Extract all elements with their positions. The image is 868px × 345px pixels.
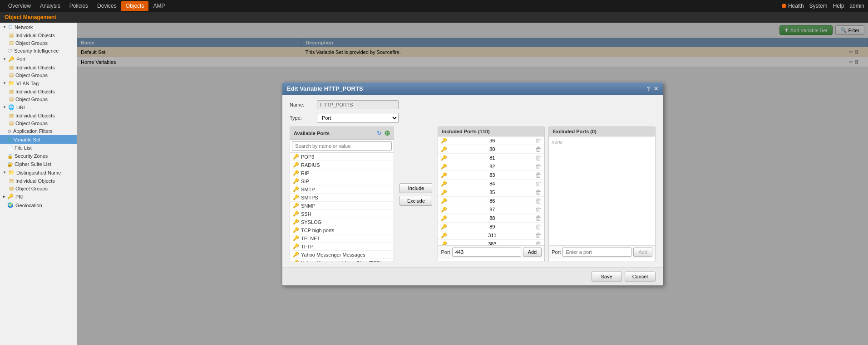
include-button[interactable]: Include: [399, 183, 432, 193]
vlan-icon: 📁: [8, 80, 15, 86]
remove-button[interactable]: 🗑: [535, 155, 542, 161]
middle-panel: Include Exclude: [398, 126, 434, 262]
list-item[interactable]: 🔑TELNET: [290, 234, 394, 243]
sidebar-item-app-filters[interactable]: ▶ ⚙ Application Filters: [0, 127, 77, 135]
sidebar-item-cipher-suite[interactable]: ▶ 🔐 Cipher Suite List: [0, 160, 77, 168]
sidebar-item-vlan-individual[interactable]: ▤ Individual Objects: [0, 87, 77, 95]
nav-objects[interactable]: Objects: [121, 1, 149, 11]
list-item[interactable]: 🔑Yahoo Messenger Voice Chat (TCP): [290, 259, 394, 262]
sidebar-item-port-individual[interactable]: ▤ Individual Objects: [0, 63, 77, 71]
triangle-icon: ▼: [3, 57, 6, 61]
included-ports-list: 🔑36🗑 🔑80🗑 🔑81🗑 🔑82🗑 🔑83🗑 🔑84🗑 🔑85🗑 🔑86🗑 …: [438, 136, 544, 245]
list-item[interactable]: 🔑POP3: [290, 153, 394, 161]
modal-header: Edit Variable HTTP_PORTS ? ✕: [282, 83, 663, 95]
system-label[interactable]: System: [809, 3, 828, 9]
remove-button[interactable]: 🗑: [535, 241, 542, 245]
type-label: Type:: [290, 115, 317, 121]
list-item[interactable]: 🔑SMTPS: [290, 194, 394, 202]
list-item[interactable]: 🔑Yahoo Messenger Messages: [290, 251, 394, 259]
included-port-add-button[interactable]: Add: [523, 248, 542, 257]
nav-analysis[interactable]: Analysis: [35, 1, 65, 11]
sidebar-item-pki[interactable]: ▶ 🔑 PKI: [0, 192, 77, 201]
add-icon[interactable]: ⊕: [384, 129, 390, 137]
port-item-icon: 🔑: [441, 224, 447, 230]
sidebar-label-vlan: VLAN Tag: [16, 81, 39, 86]
remove-button[interactable]: 🗑: [535, 232, 542, 238]
sidebar-item-dn[interactable]: ▼ 📁 Distinguished Name: [0, 168, 77, 177]
sidebar-item-url[interactable]: ▼ 🌐 URL: [0, 103, 77, 112]
sidebar-item-dn-groups[interactable]: ▤ Object Groups: [0, 185, 77, 192]
available-ports-list: 🔑POP3 🔑RADIUS 🔑RIP 🔑SIP 🔑SMTP 🔑SMTPS 🔑SN…: [290, 153, 394, 262]
list-item[interactable]: 🔑SNMP: [290, 202, 394, 210]
help-icon[interactable]: ?: [647, 86, 650, 92]
excluded-port-add-button[interactable]: Add: [633, 248, 652, 257]
modal-title: Edit Variable HTTP_PORTS: [287, 85, 363, 92]
remove-button[interactable]: 🗑: [535, 206, 542, 213]
sidebar-item-url-individual[interactable]: ▤ Individual Objects: [0, 112, 77, 119]
list-item[interactable]: 🔑RIP: [290, 169, 394, 177]
available-ports-search[interactable]: [292, 141, 392, 151]
name-label: Name:: [290, 102, 317, 107]
nav-policies[interactable]: Policies: [65, 1, 93, 11]
help-label[interactable]: Help: [833, 3, 844, 9]
list-item[interactable]: 🔑SMTP: [290, 185, 394, 194]
port-item-icon: 🔑: [293, 252, 299, 258]
list-item[interactable]: 🔑SSH: [290, 210, 394, 218]
health-label[interactable]: Health: [788, 3, 804, 9]
included-item: 🔑80🗑: [438, 145, 544, 154]
sidebar-item-variable-set[interactable]: ▶ ⚙ Variable Set: [0, 135, 77, 144]
remove-button[interactable]: 🗑: [535, 163, 542, 170]
sidebar-label-url-individual: Individual Objects: [15, 113, 55, 118]
exclude-button[interactable]: Exclude: [399, 196, 432, 206]
nav-devices[interactable]: Devices: [93, 1, 121, 11]
sidebar-label-geolocation: Geolocation: [15, 203, 42, 208]
sidebar-item-url-groups[interactable]: ▤ Object Groups: [0, 119, 77, 127]
name-input[interactable]: [317, 100, 399, 109]
sidebar-label-network-groups: Object Groups: [15, 40, 48, 46]
close-icon[interactable]: ✕: [654, 86, 658, 92]
remove-button[interactable]: 🗑: [535, 146, 542, 152]
sidebar-item-network-individual[interactable]: ▤ Individual Objects: [0, 31, 77, 39]
sidebar-item-port-groups[interactable]: ▤ Object Groups: [0, 71, 77, 79]
cancel-button[interactable]: Cancel: [625, 272, 656, 282]
admin-label[interactable]: admin: [849, 3, 864, 9]
remove-button[interactable]: 🗑: [535, 137, 542, 144]
list-item[interactable]: 🔑SYSLOG: [290, 218, 394, 226]
triangle-icon: ▶: [3, 194, 5, 199]
list-item[interactable]: 🔑TFTP: [290, 243, 394, 251]
sidebar-label-port-groups: Object Groups: [15, 73, 48, 78]
list-item[interactable]: 🔑SIP: [290, 177, 394, 185]
list-item[interactable]: 🔑RADIUS: [290, 161, 394, 169]
sidebar-label-dn: Distinguished Name: [16, 170, 61, 175]
remove-button[interactable]: 🗑: [535, 198, 542, 204]
remove-button[interactable]: 🗑: [535, 224, 542, 230]
remove-button[interactable]: 🗑: [535, 172, 542, 178]
refresh-icon[interactable]: ↻: [377, 130, 381, 136]
available-ports-title-text: Available Ports: [294, 131, 330, 136]
file-icon: 📄: [7, 146, 13, 151]
included-port-input[interactable]: [452, 248, 521, 257]
nav-amp[interactable]: AMP: [148, 1, 169, 11]
folder-icon: ▤: [9, 32, 14, 38]
port-item-icon: 🔑: [293, 178, 299, 184]
sidebar-item-security-intelligence[interactable]: ▶ 🛡 Security Intelligence: [0, 47, 77, 55]
sidebar-item-port[interactable]: ▼ 🔑 Port: [0, 55, 77, 63]
remove-button[interactable]: 🗑: [535, 189, 542, 195]
sidebar-item-security-zones[interactable]: ▶ 🔒 Security Zones: [0, 152, 77, 160]
sidebar-item-network[interactable]: ▼ ⬡ Network: [0, 23, 77, 31]
type-select[interactable]: Port: [317, 113, 399, 123]
list-item[interactable]: 🔑TCP high ports: [290, 226, 394, 234]
sidebar-item-geolocation[interactable]: ▶ 🌍 Geolocation: [0, 201, 77, 209]
sidebar-item-vlan[interactable]: ▼ 📁 VLAN Tag: [0, 79, 77, 87]
remove-button[interactable]: 🗑: [535, 215, 542, 221]
sub-header: Object Management: [0, 12, 868, 23]
sidebar-item-dn-individual[interactable]: ▤ Individual Objects: [0, 177, 77, 185]
included-item: 🔑89🗑: [438, 223, 544, 231]
sidebar-item-vlan-groups[interactable]: ▤ Object Groups: [0, 95, 77, 103]
remove-button[interactable]: 🗑: [535, 180, 542, 187]
sidebar-item-file-list[interactable]: ▶ 📄 File List: [0, 144, 77, 152]
excluded-port-input[interactable]: [562, 248, 631, 257]
save-button[interactable]: Save: [592, 272, 622, 282]
sidebar-item-network-groups[interactable]: ▤ Object Groups: [0, 39, 77, 47]
nav-overview[interactable]: Overview: [4, 1, 35, 11]
